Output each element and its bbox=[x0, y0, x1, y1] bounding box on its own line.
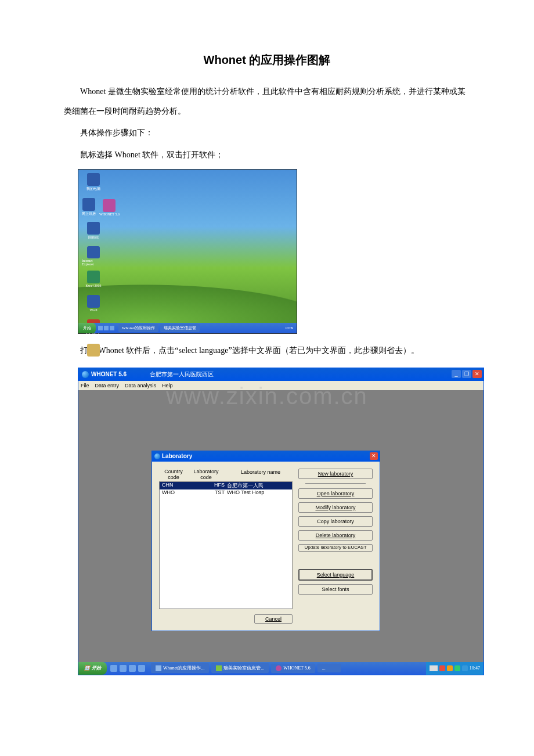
taskbar-item[interactable]: 瑞美实验室信息管 bbox=[160, 324, 200, 332]
list-item[interactable]: CHN HFS 合肥市第一人民 bbox=[160, 482, 292, 489]
desktop-icon: Internet Explorer bbox=[82, 246, 105, 266]
desktop-icon: Excel 2003 bbox=[82, 271, 105, 290]
menu-file[interactable]: File bbox=[81, 383, 89, 388]
open-laboratory-button[interactable]: Open laboratory bbox=[298, 488, 373, 499]
cancel-button[interactable]: Cancel bbox=[254, 614, 293, 624]
taskbar: 🪟开始 Whonet的应用操作... 瑞美实验室信息管... WHONET 5.… bbox=[78, 662, 484, 675]
clock: 10:47 bbox=[470, 665, 480, 671]
dialog-titlebar: Laboratory ✕ bbox=[152, 451, 380, 462]
delete-laboratory-button[interactable]: Delete laboratory bbox=[298, 530, 373, 541]
tray-icon[interactable] bbox=[462, 665, 468, 671]
taskbar-item[interactable]: WHONET 5.6 bbox=[271, 664, 315, 673]
system-tray: 10:09 bbox=[282, 326, 297, 330]
laboratory-list[interactable]: CHN HFS 合肥市第一人民 WHO TST WHO Test Hosp bbox=[159, 481, 293, 609]
document-title: Whonet 的应用操作图解 bbox=[64, 52, 470, 68]
taskbar-item[interactable]: 瑞美实验室信息管... bbox=[211, 663, 269, 673]
taskbar-item[interactable]: Whonet的应用操作... bbox=[151, 663, 209, 673]
desktop-icons-column: 我的电脑 网上邻居 WHONET 5.6 回收站 Internet Explor… bbox=[82, 173, 128, 388]
desktop-icon: 我的电脑 bbox=[82, 173, 105, 193]
menu-help[interactable]: Help bbox=[162, 383, 173, 388]
menu-data-analysis[interactable]: Data analysis bbox=[125, 383, 156, 388]
taskbar: 开始 Whonet的应用操作 瑞美实验室信息管 10:09 bbox=[78, 323, 297, 333]
menubar: File Data entry Data analysis Help bbox=[78, 381, 484, 390]
maximize-button[interactable]: ❐ bbox=[462, 370, 471, 378]
desktop-icon: 回收站 bbox=[82, 222, 105, 242]
list-item[interactable]: WHO TST WHO Test Hosp bbox=[160, 489, 292, 495]
steps-heading: 具体操作步骤如下： bbox=[64, 123, 470, 143]
tray-icon[interactable] bbox=[447, 665, 453, 671]
hospital-name: 合肥市第一人民医院西区 bbox=[150, 370, 214, 379]
taskbar-item[interactable]: Whonet的应用操作 bbox=[118, 324, 158, 332]
laboratory-dialog: Laboratory ✕ Country code Laboratory cod… bbox=[151, 451, 380, 631]
desktop-icon: My Documents bbox=[82, 344, 105, 363]
app-icon bbox=[82, 371, 89, 378]
select-fonts-button[interactable]: Select fonts bbox=[298, 584, 373, 595]
modify-laboratory-button[interactable]: Modify laboratory bbox=[298, 502, 373, 513]
app-body: Laboratory ✕ Country code Laboratory cod… bbox=[78, 390, 484, 662]
start-button[interactable]: 🪟开始 bbox=[78, 662, 107, 675]
menu-data-entry[interactable]: Data entry bbox=[95, 383, 120, 388]
quick-launch bbox=[110, 665, 145, 672]
tray-icon[interactable] bbox=[439, 665, 445, 671]
table-header: Country code Laboratory code Laboratory … bbox=[159, 469, 293, 481]
system-tray: 10:47 bbox=[426, 662, 484, 675]
intro-paragraph: Whonet 是微生物实验室经常使用的统计分析软件，且此软件中含有相应耐药规则分… bbox=[64, 82, 470, 121]
update-eucast-button[interactable]: Update laboratory to EUCAST bbox=[298, 544, 373, 552]
titlebar: WHONET 5.6 合肥市第一人民医院西区 _ ❐ ✕ bbox=[78, 368, 484, 381]
taskbar-item[interactable]: ... bbox=[317, 664, 341, 672]
desktop-icon: Word bbox=[82, 295, 105, 315]
screenshot-whonet-app: WHONET 5.6 合肥市第一人民医院西区 _ ❐ ✕ File Data e… bbox=[78, 368, 484, 675]
quick-launch-icon[interactable] bbox=[110, 665, 117, 672]
quick-launch-icon[interactable] bbox=[129, 665, 136, 672]
tray-lang-icon[interactable] bbox=[430, 665, 438, 671]
quick-launch-icon[interactable] bbox=[138, 665, 145, 672]
desktop-icon: 网上邻居 WHONET 5.6 bbox=[82, 197, 128, 217]
tray-icon[interactable] bbox=[454, 665, 460, 671]
start-button[interactable]: 开始 bbox=[78, 323, 96, 333]
dialog-icon bbox=[154, 453, 160, 459]
minimize-button[interactable]: _ bbox=[452, 370, 461, 378]
step-text-1: 鼠标选择 Whonet 软件，双击打开软件； bbox=[64, 145, 470, 165]
close-button[interactable]: ✕ bbox=[472, 370, 482, 378]
dialog-close-button[interactable]: ✕ bbox=[370, 452, 378, 460]
select-language-button[interactable]: Select language bbox=[298, 569, 373, 581]
new-laboratory-button[interactable]: New laboratory bbox=[298, 469, 373, 479]
screenshot-desktop: 我的电脑 网上邻居 WHONET 5.6 回收站 Internet Explor… bbox=[78, 169, 297, 334]
copy-laboratory-button[interactable]: Copy laboratory bbox=[298, 516, 373, 527]
app-title: WHONET 5.6 bbox=[91, 371, 127, 377]
quick-launch-icon[interactable] bbox=[120, 665, 127, 672]
